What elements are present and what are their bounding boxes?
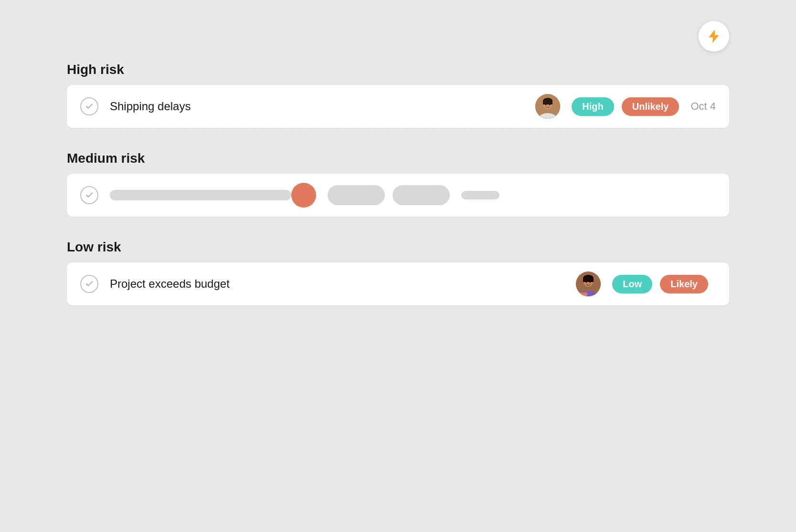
check-icon-budget [80,275,98,293]
priority-badge-low: Low [612,275,652,293]
svg-point-12 [590,282,591,283]
project-budget-row[interactable]: Project exceeds budget [67,262,729,305]
shipping-delays-title: Shipping delays [110,100,535,113]
date-oct4: Oct 4 [690,100,716,113]
likelihood-badge-likely: Likely [660,275,708,293]
medium-row-title-blurred [110,190,291,200]
main-content: High risk Shipping delays [67,62,729,328]
medium-risk-row[interactable] [67,174,729,217]
svg-point-11 [586,282,587,283]
svg-rect-3 [543,101,552,104]
likelihood-badge-unlikely: Unlikely [622,97,679,116]
avatar-male [535,94,560,119]
lightning-icon [707,29,721,43]
medium-risk-title: Medium risk [67,151,729,166]
low-risk-section: Low risk Project exceeds budget [67,240,729,305]
svg-point-5 [549,104,551,105]
project-budget-title: Project exceeds budget [110,277,576,291]
date-blurred [461,191,499,199]
shipping-delays-row[interactable]: Shipping delays [67,85,729,128]
priority-badge-high: High [572,97,614,116]
avatar-circle-medium [291,183,316,208]
low-risk-title: Low risk [67,240,729,255]
likelihood-badge-blurred [393,185,450,205]
medium-risk-section: Medium risk [67,151,729,217]
svg-point-4 [545,104,547,105]
high-risk-section: High risk Shipping delays [67,62,729,128]
priority-badge-blurred [328,185,385,205]
high-risk-title: High risk [67,62,729,77]
svg-rect-10 [583,278,594,282]
check-icon-medium [80,186,98,204]
check-icon-shipping [80,97,98,115]
avatar-female [576,271,601,296]
svg-rect-15 [580,292,587,296]
lightning-button[interactable] [699,21,729,52]
